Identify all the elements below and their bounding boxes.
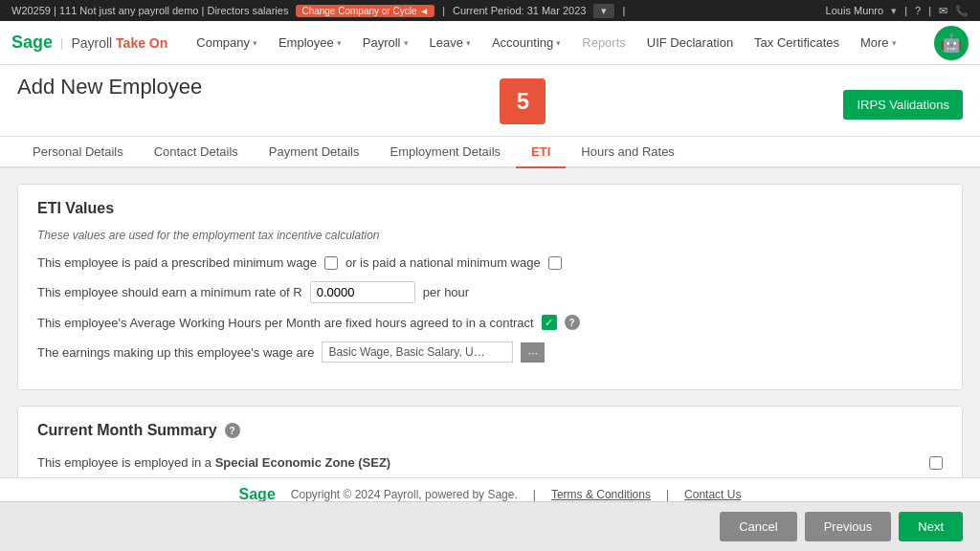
nav-leave[interactable]: Leave ▾ <box>420 21 480 65</box>
tabs: Personal Details Contact Details Payment… <box>0 137 980 168</box>
user-btn[interactable]: Louis Munro <box>826 5 884 16</box>
nav-employee[interactable]: Employee ▾ <box>269 21 351 65</box>
step-badge: 5 <box>500 78 546 124</box>
avg-hours-help-icon[interactable]: ? <box>565 315 580 330</box>
logo-payroll: Payroll Take On <box>71 35 167 51</box>
min-rate-label-post: per hour <box>423 285 469 299</box>
nav-uif[interactable]: UIF Declaration <box>637 21 743 65</box>
wage-select-display: Basic Wage, Basic Salary, Unpaid le... <box>322 342 513 363</box>
sez-row: This employee is employed in a Special E… <box>37 451 943 475</box>
prescribed-wage-label: This employee is paid a prescribed minim… <box>37 255 317 270</box>
logo-area: Sage | Payroll Take On <box>11 33 167 53</box>
envelope-icon[interactable]: ✉ <box>939 5 947 17</box>
tab-payment-details[interactable]: Payment Details <box>254 137 375 168</box>
footer-copyright: Copyright © 2024 Payroll, powered by Sag… <box>291 488 518 501</box>
header: Sage | Payroll Take On Company ▾ Employe… <box>0 21 980 65</box>
robot-icon[interactable]: 🤖 <box>934 26 969 60</box>
page-header: Add New Employee 5 IRPS Validations <box>0 65 980 137</box>
avg-hours-checkbox[interactable]: ✓ <box>542 315 557 330</box>
cancel-button[interactable]: Cancel <box>720 512 796 541</box>
nav-more[interactable]: More ▾ <box>851 21 906 65</box>
period-btn[interactable]: ▾ <box>593 4 614 18</box>
national-wage-label: or is paid a national minimum wage <box>345 255 541 270</box>
nav-menu: Company ▾ Employee ▾ Payroll ▾ Leave ▾ A… <box>187 21 923 65</box>
nav-accounting[interactable]: Accounting ▾ <box>482 21 570 65</box>
tab-employment-details[interactable]: Employment Details <box>374 137 516 168</box>
wage-select-btn[interactable]: ··· <box>521 342 545 363</box>
logo-sage: Sage <box>11 33 53 53</box>
previous-button[interactable]: Previous <box>805 512 892 541</box>
session-label: W20259 | 111 Not just any payroll demo |… <box>11 5 288 16</box>
sez-checkbox[interactable] <box>929 456 943 470</box>
tab-hours-rates[interactable]: Hours and Rates <box>566 137 690 168</box>
min-rate-row: This employee should earn a minimum rate… <box>37 281 943 303</box>
min-rate-label-pre: This employee should earn a minimum rate… <box>37 285 302 299</box>
nav-payroll[interactable]: Payroll ▾ <box>353 21 418 65</box>
tab-eti[interactable]: ETI <box>516 137 566 168</box>
tab-personal-details[interactable]: Personal Details <box>17 137 139 168</box>
national-wage-checkbox[interactable] <box>548 256 562 270</box>
terms-link[interactable]: Terms & Conditions <box>551 488 651 501</box>
help-btn[interactable]: ? <box>915 5 921 16</box>
avg-hours-row: This employee's Average Working Hours pe… <box>37 315 943 330</box>
current-month-help-icon[interactable]: ? <box>225 423 240 438</box>
logo-divider: | <box>60 35 63 50</box>
page-title: Add New Employee <box>17 75 202 107</box>
tab-contact-details[interactable]: Contact Details <box>139 137 254 168</box>
phone-icon[interactable]: 📞 <box>955 5 969 17</box>
nav-reports: Reports <box>572 21 635 65</box>
next-button[interactable]: Next <box>899 512 963 541</box>
eti-note: These values are used for the employment… <box>37 229 943 242</box>
prescribed-wage-checkbox[interactable] <box>324 256 338 270</box>
nav-company[interactable]: Company ▾ <box>187 21 267 65</box>
prescribed-wage-row: This employee is paid a prescribed minim… <box>37 255 943 270</box>
wage-earnings-row: The earnings making up this employee's w… <box>37 342 943 363</box>
top-bar: W20259 | 111 Not just any payroll demo |… <box>0 0 980 21</box>
footer-actions: Cancel Previous Next <box>0 501 980 551</box>
contact-link[interactable]: Contact Us <box>684 488 741 501</box>
cycle-badge[interactable]: Change Company or Cycle ◄ <box>296 5 434 17</box>
nav-tax[interactable]: Tax Certificates <box>745 21 849 65</box>
wage-value: Basic Wage, Basic Salary, Unpaid le... <box>328 345 491 359</box>
min-rate-input[interactable] <box>310 281 415 303</box>
sez-label: This employee is employed in a Special E… <box>37 455 918 470</box>
eti-section-title: ETI Values <box>37 200 943 217</box>
irps-validations-btn[interactable]: IRPS Validations <box>843 90 963 120</box>
eti-values-section: ETI Values These values are used for the… <box>17 184 963 390</box>
period-label: Current Period: 31 Mar 2023 <box>453 5 586 16</box>
current-month-title: Current Month Summary ? <box>37 422 943 439</box>
avg-hours-label: This employee's Average Working Hours pe… <box>37 316 534 330</box>
wage-label-pre: The earnings making up this employee's w… <box>37 345 314 360</box>
